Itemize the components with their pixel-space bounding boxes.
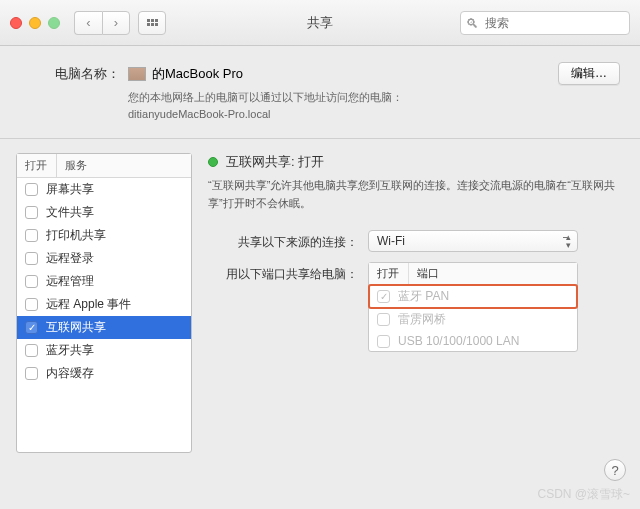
ports-col-on: 打开 [369,263,409,284]
sidebar-item[interactable]: 屏幕共享 [17,178,191,201]
forward-button[interactable]: › [102,11,130,35]
services-list[interactable]: 屏幕共享文件共享打印机共享远程登录远程管理远程 Apple 事件互联网共享蓝牙共… [17,178,191,452]
checkbox[interactable] [25,298,38,311]
source-label: 共享以下来源的连接： [208,230,368,251]
sidebar-item-label: 蓝牙共享 [46,342,94,359]
port-row[interactable]: 雷雳网桥 [369,308,577,331]
status-row: 互联网共享: 打开 [208,153,624,171]
close-icon[interactable] [10,17,22,29]
sidebar-item[interactable]: 远程登录 [17,247,191,270]
checkbox[interactable] [25,275,38,288]
sidebar-item-label: 远程 Apple 事件 [46,296,131,313]
computer-name-label: 电脑名称： [20,65,120,83]
sidebar-item[interactable]: 远程 Apple 事件 [17,293,191,316]
port-label: 蓝牙 PAN [398,288,449,305]
sidebar-item[interactable]: 远程管理 [17,270,191,293]
port-label: USB 10/100/1000 LAN [398,334,519,348]
sidebar-item[interactable]: 内容缓存 [17,362,191,385]
port-row[interactable]: USB 10/100/1000 LAN [369,331,577,351]
services-header: 打开 服务 [17,154,191,178]
sidebar-item-label: 打印机共享 [46,227,106,244]
checkbox[interactable] [25,367,38,380]
detail-panel: 互联网共享: 打开 “互联网共享”允许其他电脑共享您到互联网的连接。连接交流电源… [208,153,624,453]
computer-name-value: 的MacBook Pro [128,65,243,83]
checkbox[interactable] [25,321,38,334]
computer-name-text: 的MacBook Pro [152,65,243,83]
col-service: 服务 [57,154,95,177]
ports-header: 打开 端口 [369,263,577,285]
ports-table: 打开 端口 蓝牙 PAN雷雳网桥USB 10/100/1000 LAN [368,262,578,352]
computer-desc-line1: 您的本地网络上的电脑可以通过以下地址访问您的电脑： [128,89,620,106]
sidebar-item-label: 文件共享 [46,204,94,221]
checkbox[interactable] [377,313,390,326]
main-area: 打开 服务 屏幕共享文件共享打印机共享远程登录远程管理远程 Apple 事件互联… [0,139,640,453]
status-indicator-icon [208,157,218,167]
checkbox[interactable] [25,183,38,196]
sidebar-item[interactable]: 文件共享 [17,201,191,224]
computer-address-desc: 您的本地网络上的电脑可以通过以下地址访问您的电脑： ditianyudeMacB… [128,89,620,122]
back-button[interactable]: ‹ [74,11,102,35]
show-all-button[interactable] [138,11,166,35]
search-icon: 🔍︎ [466,16,479,31]
sidebar-item-label: 屏幕共享 [46,181,94,198]
source-value: Wi-Fi [377,234,405,248]
search-input[interactable] [460,11,630,35]
computer-name-section: 电脑名称： 的MacBook Pro 编辑… 您的本地网络上的电脑可以通过以下地… [0,46,640,134]
checkbox[interactable] [25,206,38,219]
sidebar-item-label: 互联网共享 [46,319,106,336]
chevron-updown-icon: ▴▾ [566,233,571,249]
titlebar: ‹ › 共享 🔍︎ [0,0,640,46]
checkbox[interactable] [25,252,38,265]
edit-button[interactable]: 编辑… [558,62,620,85]
help-button[interactable]: ? [604,459,626,481]
grid-icon [147,19,158,26]
search-field[interactable]: 🔍︎ [460,11,630,35]
minimize-icon[interactable] [29,17,41,29]
status-title: 互联网共享: 打开 [226,153,324,171]
col-on: 打开 [17,154,57,177]
window-controls [10,17,60,29]
computer-desc-line2: ditianyudeMacBook-Pro.local [128,106,620,123]
checkbox[interactable] [377,335,390,348]
zoom-icon[interactable] [48,17,60,29]
sidebar-item[interactable]: 蓝牙共享 [17,339,191,362]
watermark: CSDN @滚雪球~ [537,486,630,503]
nav-segmented: ‹ › [74,11,130,35]
ports-label: 用以下端口共享给电脑： [208,262,368,283]
services-sidebar: 打开 服务 屏幕共享文件共享打印机共享远程登录远程管理远程 Apple 事件互联… [16,153,192,453]
sidebar-item-label: 远程登录 [46,250,94,267]
sidebar-item-label: 内容缓存 [46,365,94,382]
status-description: “互联网共享”允许其他电脑共享您到互联网的连接。连接交流电源的电脑在“互联网共享… [208,177,624,212]
checkbox[interactable] [377,290,390,303]
checkbox[interactable] [25,344,38,357]
sidebar-item-label: 远程管理 [46,273,94,290]
checkbox[interactable] [25,229,38,242]
avatar-swatch [128,67,146,81]
port-row[interactable]: 蓝牙 PAN [369,285,577,308]
source-select[interactable]: Wi-Fi ▴▾ [368,230,578,252]
sidebar-item[interactable]: 打印机共享 [17,224,191,247]
port-label: 雷雳网桥 [398,311,446,328]
sidebar-item[interactable]: 互联网共享 [17,316,191,339]
ports-col-port: 端口 [409,263,447,284]
